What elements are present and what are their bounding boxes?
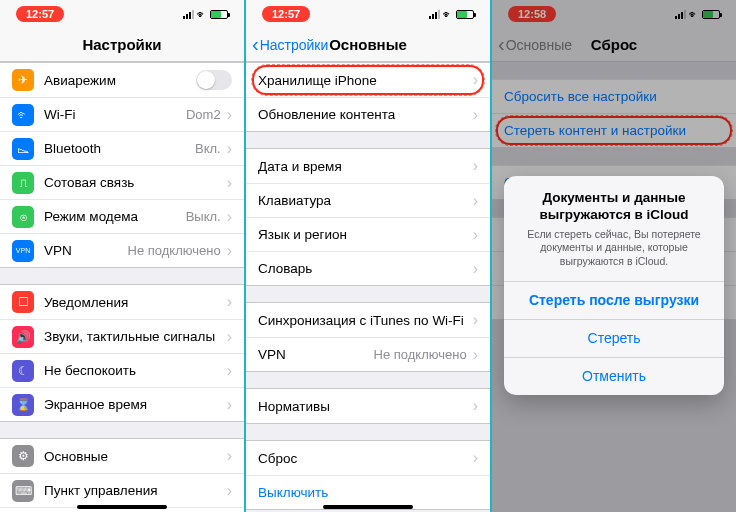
alert-dialog: Документы и данные выгружаются в iCloud … (504, 176, 724, 395)
alert-message: Если стереть сейчас, Вы потеряете докуме… (520, 228, 708, 269)
row-label: Язык и регион (258, 227, 469, 242)
chevron-right-icon: › (473, 192, 478, 210)
chevron-right-icon: › (227, 208, 232, 226)
status-right: ᯤ (429, 9, 474, 20)
пункт-управления-row[interactable]: ⌨Пункт управления› (0, 473, 244, 507)
section-storage: Хранилище iPhone›Обновление контента› (246, 62, 490, 132)
back-button[interactable]: ‹Настройки (252, 33, 328, 56)
chevron-right-icon: › (473, 397, 478, 415)
airplane-icon: ✈︎ (12, 69, 34, 91)
status-right: ᯤ (183, 9, 228, 20)
phone-reset: 12:58 ᯤ ‹Основные Сброс Сбросить все нас… (492, 0, 736, 512)
section-reset: Сброс›Выключить (246, 440, 490, 510)
screentime-icon: ⌛ (12, 394, 34, 416)
язык-и-регион-row[interactable]: Язык и регион› (246, 217, 490, 251)
row-label: Сброс (258, 451, 469, 466)
vpn-row[interactable]: VPNVPNНе подключено› (0, 233, 244, 267)
row-label: Уведомления (44, 295, 223, 310)
экранное-время-row[interactable]: ⌛Экранное время› (0, 387, 244, 421)
dnd-icon: ☾ (12, 360, 34, 382)
nav-bar: ‹Настройки Основные (246, 28, 490, 62)
нормативы-row[interactable]: Нормативы› (246, 389, 490, 423)
звуки-тактильные-сигналы-row[interactable]: 🔊Звуки, тактильные сигналы› (0, 319, 244, 353)
сброс-row[interactable]: Сброс› (246, 441, 490, 475)
alert-erase-after-button[interactable]: Стереть после выгрузки (504, 281, 724, 319)
row-label: Выключить (258, 485, 478, 500)
chevron-right-icon: › (227, 362, 232, 380)
bluetooth-icon: ⌳ (12, 138, 34, 160)
chevron-right-icon: › (227, 482, 232, 500)
wi-fi-row[interactable]: ᯤWi-FiDom2› (0, 97, 244, 131)
page-title: Настройки (82, 36, 161, 53)
row-value: Dom2 (186, 107, 221, 122)
chevron-right-icon: › (473, 449, 478, 467)
notifications-icon: ☐ (12, 291, 34, 313)
row-label: Нормативы (258, 399, 469, 414)
time-pill: 12:57 (262, 6, 310, 22)
chevron-right-icon: › (227, 242, 232, 260)
wifi-status-icon: ᯤ (197, 9, 207, 20)
vpn-row[interactable]: VPNНе подключено› (246, 337, 490, 371)
row-label: Хранилище iPhone (258, 73, 469, 88)
row-label: Дата и время (258, 159, 469, 174)
alert-cancel-button[interactable]: Отменить (504, 357, 724, 395)
основные-row[interactable]: ⚙︎Основные› (0, 439, 244, 473)
time-pill: 12:57 (16, 6, 64, 22)
page-title: Основные (329, 36, 407, 53)
row-label: Пункт управления (44, 483, 223, 498)
phone-general: 12:57 ᯤ ‹Настройки Основные Хранилище iP… (246, 0, 490, 512)
chevron-left-icon: ‹ (252, 33, 259, 56)
выключить-row[interactable]: Выключить (246, 475, 490, 509)
chevron-right-icon: › (473, 260, 478, 278)
cellular-icon: ⎍ (12, 172, 34, 194)
home-indicator (323, 505, 413, 509)
row-label: VPN (258, 347, 374, 362)
row-label: Авиарежим (44, 73, 196, 88)
section-input: Дата и время›Клавиатура›Язык и регион›Сл… (246, 148, 490, 286)
обновление-контента-row[interactable]: Обновление контента› (246, 97, 490, 131)
синхронизация-с-itunes-по-wi-fi-row[interactable]: Синхронизация с iTunes по Wi-Fi› (246, 303, 490, 337)
chevron-right-icon: › (227, 106, 232, 124)
не-беспокоить-row[interactable]: ☾Не беспокоить› (0, 353, 244, 387)
дата-и-время-row[interactable]: Дата и время› (246, 149, 490, 183)
chevron-right-icon: › (473, 346, 478, 364)
alert-title: Документы и данные выгружаются в iCloud (520, 190, 708, 224)
wifi-status-icon: ᯤ (443, 9, 453, 20)
row-label: Звуки, тактильные сигналы (44, 329, 223, 344)
сотовая-связь-row[interactable]: ⎍Сотовая связь› (0, 165, 244, 199)
chevron-right-icon: › (473, 106, 478, 124)
hotspot-icon: ⍟ (12, 206, 34, 228)
клавиатура-row[interactable]: Клавиатура› (246, 183, 490, 217)
toggle-switch[interactable] (196, 70, 232, 90)
row-label: Экранное время (44, 397, 223, 412)
chevron-right-icon: › (473, 226, 478, 244)
словарь-row[interactable]: Словарь› (246, 251, 490, 285)
phone-settings-root: 12:57 ᯤ Настройки ✈︎АвиарежимᯤWi-FiDom2›… (0, 0, 244, 512)
cell-signal-icon (183, 10, 194, 19)
control-icon: ⌨ (12, 480, 34, 502)
режим-модема-row[interactable]: ⍟Режим модемаВыкл.› (0, 199, 244, 233)
хранилище-iphone-row[interactable]: Хранилище iPhone› (246, 63, 490, 97)
cell-signal-icon (429, 10, 440, 19)
row-label: Словарь (258, 261, 469, 276)
alert-body: Документы и данные выгружаются в iCloud … (504, 176, 724, 281)
status-bar: 12:57 ᯤ (0, 0, 244, 28)
row-label: Wi-Fi (44, 107, 186, 122)
bluetooth-row[interactable]: ⌳BluetoothВкл.› (0, 131, 244, 165)
chevron-right-icon: › (473, 71, 478, 89)
уведомления-row[interactable]: ☐Уведомления› (0, 285, 244, 319)
chevron-right-icon: › (473, 311, 478, 329)
chevron-right-icon: › (227, 293, 232, 311)
row-value: Вкл. (195, 141, 221, 156)
alert-erase-button[interactable]: Стереть (504, 319, 724, 357)
row-value: Выкл. (186, 209, 221, 224)
chevron-right-icon: › (227, 140, 232, 158)
row-value: Не подключено (374, 347, 467, 362)
status-bar: 12:57 ᯤ (246, 0, 490, 28)
battery-icon (210, 10, 228, 19)
vpn-icon: VPN (12, 240, 34, 262)
section-network: ✈︎АвиарежимᯤWi-FiDom2›⌳BluetoothВкл.›⎍Со… (0, 62, 244, 268)
row-label: Синхронизация с iTunes по Wi-Fi (258, 313, 469, 328)
section-notifications: ☐Уведомления›🔊Звуки, тактильные сигналы›… (0, 284, 244, 422)
авиарежим-row[interactable]: ✈︎Авиарежим (0, 63, 244, 97)
